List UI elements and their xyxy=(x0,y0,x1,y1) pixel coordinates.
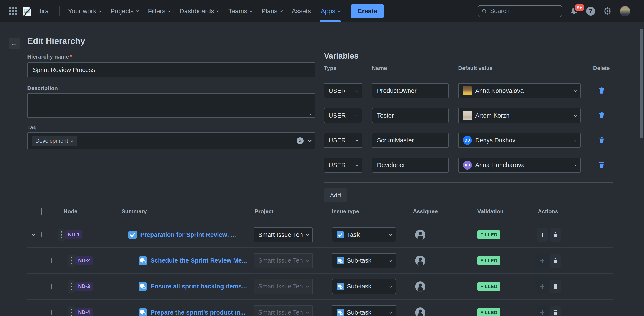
nav-item-plans[interactable]: Plans xyxy=(256,0,287,22)
node-id-badge: ND-1 xyxy=(65,230,82,239)
variable-type-select[interactable]: USER xyxy=(324,133,362,148)
subtask-icon xyxy=(138,308,147,316)
trash-icon xyxy=(598,111,606,120)
drag-handle[interactable] xyxy=(68,280,75,293)
default-value-select[interactable]: Artem Korzh xyxy=(458,108,581,123)
row-checkbox[interactable] xyxy=(41,232,42,237)
chevron-down-icon xyxy=(280,10,282,12)
nav-item-apps[interactable]: Apps xyxy=(316,0,344,22)
row-checkbox[interactable] xyxy=(51,284,52,289)
subtask-icon xyxy=(337,309,344,316)
create-button[interactable]: Create xyxy=(351,4,384,18)
hierarchy-form: Hierarchy name* Description Tag Developm… xyxy=(27,53,316,149)
assignee-button[interactable] xyxy=(411,256,475,266)
drag-handle[interactable] xyxy=(68,254,75,267)
delete-node-button[interactable] xyxy=(550,280,561,293)
collapse-row-icon[interactable] xyxy=(32,233,35,236)
hierarchy-name-input[interactable] xyxy=(27,62,316,77)
search-input[interactable] xyxy=(490,8,558,15)
delete-variable-button[interactable] xyxy=(598,136,606,144)
add-child-node-button[interactable]: + xyxy=(537,228,548,242)
issue-type-select[interactable]: Sub-task xyxy=(332,305,396,316)
page-title: Edit Hierarchy xyxy=(27,36,85,46)
nav-item-filters[interactable]: Filters xyxy=(143,0,175,22)
default-value-select[interactable]: DDDenys Dukhov xyxy=(458,133,581,148)
project-select[interactable]: Smart Issue Ten xyxy=(254,227,313,242)
help-button[interactable]: ? xyxy=(586,7,595,16)
nav-item-your-work[interactable]: Your work xyxy=(63,0,106,22)
search-field[interactable] xyxy=(478,5,562,17)
user-avatar[interactable] xyxy=(620,6,630,17)
issue-type-select[interactable]: Sub-task xyxy=(332,253,396,268)
main-menu: Your work Projects Filters Dashboards Te… xyxy=(63,0,344,22)
top-nav: Jira Your work Projects Filters Dashboar… xyxy=(0,0,644,22)
validation-badge: FILLED xyxy=(477,256,500,265)
variable-row: USER Artem Korzh xyxy=(324,108,613,123)
nav-item-teams[interactable]: Teams xyxy=(223,0,256,22)
variable-type-select[interactable]: USER xyxy=(324,108,362,123)
tag-select[interactable]: Development × × xyxy=(27,132,316,149)
nav-item-dashboards[interactable]: Dashboards xyxy=(175,0,224,22)
delete-node-button[interactable] xyxy=(550,254,561,267)
issue-type-select[interactable]: Sub-task xyxy=(332,279,396,294)
chevron-down-icon xyxy=(306,285,309,288)
table-row: ND-4 Prepare the sprint's product in... … xyxy=(27,299,613,316)
variable-name-input[interactable] xyxy=(372,157,448,173)
assignee-button[interactable] xyxy=(411,230,475,240)
col-node: Node xyxy=(58,208,121,215)
tag-label: Tag xyxy=(27,124,316,131)
page-scrollbar[interactable] xyxy=(640,29,643,138)
trash-icon xyxy=(552,257,559,264)
variable-type-select[interactable]: USER xyxy=(324,157,362,173)
avatar xyxy=(463,86,472,95)
row-checkbox[interactable] xyxy=(51,258,52,263)
delete-node-button[interactable] xyxy=(550,228,561,242)
table-header-row: Node Summary Project Issue type Assignee… xyxy=(27,201,613,222)
node-id-badge: ND-2 xyxy=(76,256,93,265)
assignee-button[interactable] xyxy=(411,281,475,292)
nav-item-projects[interactable]: Projects xyxy=(106,0,143,22)
default-value-select[interactable]: AHAnna Honcharova xyxy=(458,157,581,173)
add-variable-button[interactable]: Add xyxy=(324,188,347,202)
chevron-down-icon[interactable] xyxy=(308,139,312,142)
validation-badge: FILLED xyxy=(477,230,500,239)
node-id-badge: ND-4 xyxy=(76,308,93,316)
issue-summary-link[interactable]: Schedule the Sprint Review Me... xyxy=(150,257,247,264)
assignee-button[interactable] xyxy=(411,307,475,316)
settings-button[interactable]: ⚙ xyxy=(603,7,612,16)
select-all-checkbox[interactable] xyxy=(41,208,42,215)
issue-summary-link[interactable]: Ensure all sprint backlog items... xyxy=(150,283,247,290)
variable-name-input[interactable] xyxy=(372,133,448,148)
nav-item-assets[interactable]: Assets xyxy=(287,0,316,22)
remove-tag-icon[interactable]: × xyxy=(70,138,74,144)
row-checkbox[interactable] xyxy=(51,310,52,315)
delete-variable-button[interactable] xyxy=(598,161,606,169)
issue-summary-link[interactable]: Preparation for Sprint Review: ... xyxy=(140,231,236,238)
issue-summary-link[interactable]: Prepare the sprint's product in... xyxy=(150,309,245,316)
clear-all-icon[interactable]: × xyxy=(297,137,304,144)
chevron-down-icon xyxy=(356,138,358,141)
table-row: ND-1 Preparation for Sprint Review: ... … xyxy=(27,222,613,248)
chevron-down-icon xyxy=(356,163,358,166)
delete-node-button[interactable] xyxy=(550,306,561,316)
drag-handle[interactable] xyxy=(58,229,64,241)
jira-logo[interactable] xyxy=(22,6,32,16)
description-textarea[interactable] xyxy=(27,93,316,118)
delete-variable-button[interactable] xyxy=(598,87,606,95)
variable-row: USER AHAnna Honcharova xyxy=(324,157,613,173)
person-avatar-icon xyxy=(415,281,425,292)
subtask-icon xyxy=(138,282,147,291)
drag-handle[interactable] xyxy=(68,306,75,316)
issue-type-select[interactable]: Task xyxy=(332,227,396,242)
default-value-select[interactable]: Anna Konovalova xyxy=(458,83,581,98)
notifications-button[interactable]: 9+ xyxy=(570,7,578,15)
variable-type-select[interactable]: USER xyxy=(324,83,362,98)
delete-variable-button[interactable] xyxy=(598,111,606,120)
back-button[interactable]: ← xyxy=(8,38,20,49)
nodes-table: Node Summary Project Issue type Assignee… xyxy=(27,201,613,316)
variable-name-input[interactable] xyxy=(372,108,448,123)
col-actions: Actions xyxy=(537,208,613,215)
variable-name-input[interactable] xyxy=(372,83,448,98)
app-switcher-icon[interactable] xyxy=(9,7,16,15)
chevron-down-icon xyxy=(389,259,392,262)
